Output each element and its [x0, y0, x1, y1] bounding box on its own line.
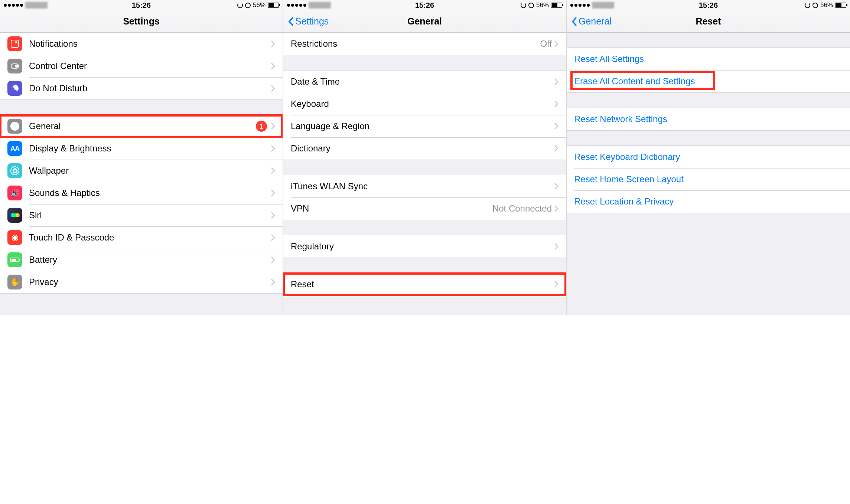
row-reset-keyboard-dict[interactable]: Reset Keyboard Dictionary	[567, 146, 850, 168]
alarm-icon	[812, 3, 818, 8]
row-privacy[interactable]: ✋ Privacy	[0, 271, 283, 293]
row-dnd[interactable]: Do Not Disturb	[0, 77, 283, 99]
general-group-5: Reset	[283, 273, 566, 296]
chevron-right-icon	[271, 234, 275, 241]
chevron-right-icon	[554, 122, 558, 130]
page-title: Settings	[123, 16, 160, 27]
battery-pct: 56%	[253, 1, 266, 9]
row-label: Reset Location & Privacy	[574, 196, 843, 207]
page-title: Reset	[696, 16, 721, 27]
battery-pct: 56%	[820, 1, 833, 9]
chevron-right-icon	[271, 40, 275, 48]
row-value: Not Connected	[492, 203, 552, 214]
row-regulatory[interactable]: Regulatory	[283, 235, 566, 258]
chevron-right-icon	[271, 85, 275, 92]
row-label: VPN	[291, 203, 492, 214]
row-keyboard[interactable]: Keyboard	[283, 93, 566, 115]
screen-general: 15:26 56% Settings General Restrictions …	[283, 0, 567, 315]
back-label: General	[579, 16, 612, 27]
row-label: Touch ID & Passcode	[29, 232, 271, 243]
sounds-icon: 🔊	[7, 186, 22, 200]
chevron-right-icon	[554, 243, 558, 250]
nav-bar: Settings General	[283, 10, 566, 33]
row-sounds[interactable]: 🔊 Sounds & Haptics	[0, 182, 283, 204]
general-badge: 1	[256, 121, 267, 132]
chevron-right-icon	[554, 183, 558, 190]
battery-pct: 56%	[536, 1, 549, 9]
privacy-icon: ✋	[7, 275, 22, 289]
content[interactable]: Reset All Settings Erase All Content and…	[567, 33, 850, 315]
content[interactable]: Notifications Control Center Do Not Dist…	[0, 33, 283, 315]
status-left	[287, 2, 331, 9]
orientation-lock-icon	[237, 3, 243, 8]
back-button[interactable]: General	[571, 16, 612, 27]
row-label: Display & Brightness	[29, 143, 271, 154]
row-language-region[interactable]: Language & Region	[283, 115, 566, 137]
page-title: General	[407, 16, 442, 27]
row-label: Wallpaper	[29, 166, 271, 176]
row-label: Reset Home Screen Layout	[574, 174, 843, 184]
row-label: Do Not Disturb	[29, 83, 271, 94]
row-battery[interactable]: Battery	[0, 249, 283, 271]
back-label: Settings	[295, 16, 329, 27]
row-date-time[interactable]: Date & Time	[283, 71, 566, 93]
battery-icon	[7, 252, 22, 267]
row-notifications[interactable]: Notifications	[0, 33, 283, 55]
reset-group-1: Reset All Settings Erase All Content and…	[567, 48, 850, 93]
signal-dots-icon	[570, 4, 590, 7]
status-right: 56%	[805, 1, 846, 9]
status-left	[4, 2, 48, 9]
row-reset-location-privacy[interactable]: Reset Location & Privacy	[567, 190, 850, 213]
row-reset[interactable]: Reset	[283, 273, 566, 295]
row-label: Date & Time	[291, 76, 554, 87]
row-itunes-sync[interactable]: iTunes WLAN Sync	[283, 175, 566, 197]
content[interactable]: Restrictions Off Date & Time Keyboard La…	[283, 33, 566, 315]
row-wallpaper[interactable]: Wallpaper	[0, 160, 283, 182]
chevron-right-icon	[271, 278, 275, 286]
row-siri[interactable]: Siri	[0, 204, 283, 226]
general-group-3: iTunes WLAN Sync VPN Not Connected	[283, 175, 566, 220]
general-group-2: Date & Time Keyboard Language & Region D…	[283, 70, 566, 160]
row-label: General	[29, 121, 256, 131]
row-reset-network[interactable]: Reset Network Settings	[567, 108, 850, 130]
chevron-right-icon	[271, 256, 275, 264]
status-time: 15:26	[132, 1, 151, 10]
row-general[interactable]: General 1	[0, 115, 283, 137]
row-touchid[interactable]: ◉ Touch ID & Passcode	[0, 226, 283, 249]
row-dictionary[interactable]: Dictionary	[283, 137, 566, 160]
siri-icon	[7, 208, 22, 223]
row-label: Reset Network Settings	[574, 114, 843, 124]
row-display[interactable]: AA Display & Brightness	[0, 137, 283, 160]
row-reset-all-settings[interactable]: Reset All Settings	[567, 48, 850, 70]
row-value: Off	[540, 39, 552, 49]
row-label: Restrictions	[291, 39, 540, 49]
alarm-icon	[528, 3, 534, 8]
row-reset-home-layout[interactable]: Reset Home Screen Layout	[567, 168, 850, 190]
row-label: Dictionary	[291, 143, 554, 154]
nav-bar: General Reset	[567, 10, 850, 33]
chevron-right-icon	[271, 167, 275, 174]
signal-dots-icon	[4, 4, 23, 7]
row-erase-all[interactable]: Erase All Content and Settings	[567, 70, 850, 92]
settings-group-2: General 1 AA Display & Brightness Wallpa…	[0, 115, 283, 294]
row-vpn[interactable]: VPN Not Connected	[283, 197, 566, 220]
notifications-icon	[7, 36, 22, 51]
general-group-1: Restrictions Off	[283, 33, 566, 55]
chevron-right-icon	[271, 145, 275, 152]
carrier-blur	[592, 2, 614, 9]
chevron-right-icon	[271, 122, 275, 130]
battery-icon	[835, 3, 846, 8]
row-label: Erase All Content and Settings	[574, 76, 843, 86]
chevron-right-icon	[554, 205, 558, 212]
general-icon	[7, 119, 22, 134]
back-button[interactable]: Settings	[288, 16, 329, 27]
dnd-icon	[7, 81, 22, 96]
orientation-lock-icon	[805, 3, 810, 8]
row-restrictions[interactable]: Restrictions Off	[283, 33, 566, 55]
row-control-center[interactable]: Control Center	[0, 55, 283, 77]
chevron-right-icon	[554, 281, 558, 288]
status-right: 56%	[237, 1, 279, 9]
chevron-right-icon	[271, 189, 275, 197]
status-time: 15:26	[415, 1, 434, 10]
chevron-right-icon	[554, 78, 558, 85]
